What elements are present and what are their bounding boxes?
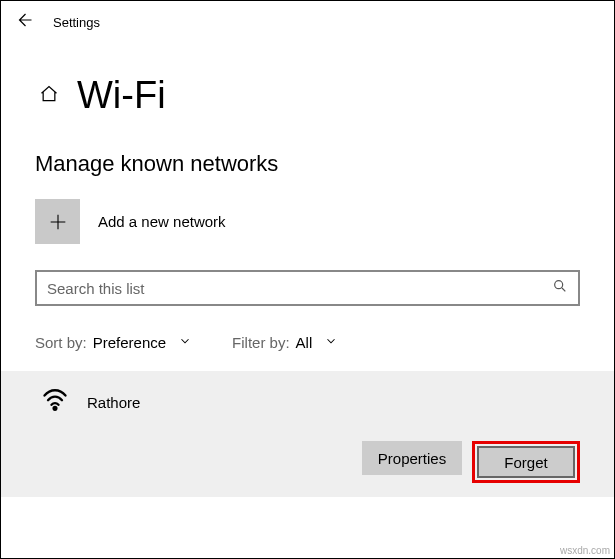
svg-point-0	[555, 281, 563, 289]
wifi-icon	[41, 385, 69, 417]
back-arrow-icon[interactable]	[15, 11, 33, 34]
add-network-button[interactable]: Add a new network	[1, 199, 614, 270]
properties-button[interactable]: Properties	[362, 441, 462, 475]
sort-by-label: Sort by:	[35, 334, 87, 351]
search-input[interactable]	[47, 280, 552, 297]
network-item[interactable]: Rathore Properties Forget	[1, 371, 614, 497]
sort-by-value: Preference	[93, 334, 166, 351]
titlebar: Settings	[1, 1, 614, 44]
sort-by-dropdown[interactable]: Sort by: Preference	[35, 334, 192, 351]
svg-point-1	[54, 407, 57, 410]
search-icon[interactable]	[552, 278, 568, 298]
page-header: Wi-Fi	[1, 44, 614, 137]
plus-icon	[35, 199, 80, 244]
filter-by-dropdown[interactable]: Filter by: All	[232, 334, 338, 351]
watermark: wsxdn.com	[560, 545, 610, 556]
filter-by-label: Filter by:	[232, 334, 290, 351]
chevron-down-icon	[324, 334, 338, 351]
network-actions: Properties Forget	[41, 417, 580, 483]
add-network-label: Add a new network	[98, 213, 226, 230]
search-box[interactable]	[35, 270, 580, 306]
forget-button[interactable]: Forget	[477, 446, 575, 478]
home-icon[interactable]	[39, 84, 59, 108]
forget-highlight: Forget	[472, 441, 580, 483]
page-title: Wi-Fi	[77, 74, 166, 117]
section-title: Manage known networks	[1, 137, 614, 199]
network-name: Rathore	[87, 392, 140, 411]
filter-by-value: All	[296, 334, 313, 351]
window-title: Settings	[53, 15, 100, 30]
chevron-down-icon	[178, 334, 192, 351]
filter-bar: Sort by: Preference Filter by: All	[1, 326, 614, 371]
